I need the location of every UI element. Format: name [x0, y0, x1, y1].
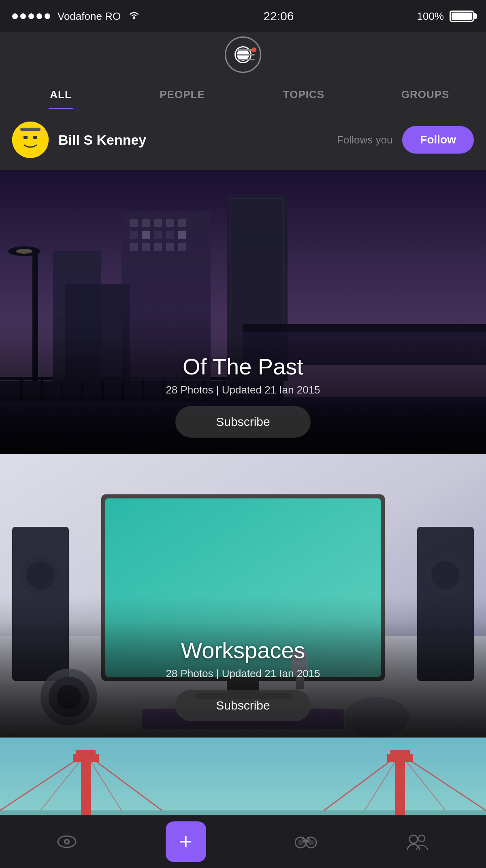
svg-point-86	[65, 840, 68, 843]
svg-point-90	[308, 840, 314, 845]
svg-point-53	[431, 561, 460, 590]
svg-rect-38	[178, 243, 186, 251]
person-name: Bill S Kenney	[58, 132, 327, 148]
follow-button[interactable]: Follow	[402, 126, 474, 154]
notification-dot	[252, 47, 256, 52]
svg-point-0	[133, 17, 135, 19]
tabs-bar: ALL PEOPLE TOPICS GROUPS	[0, 77, 486, 109]
person-row: Bill S Kenney Follows you Follow	[0, 109, 486, 170]
svg-point-89	[298, 840, 303, 845]
svg-rect-27	[166, 219, 174, 227]
svg-rect-34	[130, 243, 138, 251]
card-1-content: Of The Past 28 Photos | Updated 21 Ian 2…	[0, 337, 486, 454]
card-1-subscribe-button[interactable]: Subscribe	[175, 406, 310, 438]
svg-rect-36	[154, 243, 162, 251]
tab-groups[interactable]: GROUPS	[364, 77, 486, 109]
tab-topics[interactable]: TOPICS	[243, 77, 364, 109]
app-header	[0, 32, 486, 77]
signal-dot-1	[12, 13, 18, 19]
plus-icon: +	[179, 830, 192, 853]
svg-point-92	[409, 835, 418, 843]
nav-groups-button[interactable]	[405, 833, 430, 850]
svg-rect-91	[303, 840, 309, 842]
card-1-meta: 28 Photos | Updated 21 Ian 2015	[166, 384, 320, 396]
follow-area: Follows you Follow	[337, 126, 474, 154]
card-1-title: Of The Past	[183, 353, 303, 380]
svg-rect-3	[33, 136, 37, 139]
bottom-nav: +	[0, 815, 486, 868]
svg-rect-33	[178, 231, 186, 239]
svg-rect-29	[130, 231, 138, 239]
photo-card-2: Workspaces 28 Photos | Updated 21 Ian 20…	[0, 454, 486, 738]
svg-rect-24	[130, 219, 138, 227]
svg-rect-31	[154, 231, 162, 239]
battery-icon	[450, 11, 474, 22]
status-bar: Vodafone RO 22:06 100%	[0, 0, 486, 32]
svg-rect-30	[142, 231, 150, 239]
svg-rect-32	[166, 231, 174, 239]
nav-binoculars-button[interactable]	[295, 834, 317, 850]
status-left: Vodafone RO	[12, 10, 140, 23]
svg-rect-2	[23, 136, 28, 139]
svg-rect-35	[142, 243, 150, 251]
avatar	[12, 122, 49, 158]
carrier-label: Vodafone RO	[58, 10, 121, 23]
svg-rect-4	[20, 128, 40, 131]
signal-dot-4	[36, 13, 42, 19]
battery-fill	[452, 13, 472, 20]
status-right: 100%	[417, 10, 474, 23]
tab-people[interactable]: PEOPLE	[122, 77, 243, 109]
card-2-content: Workspaces 28 Photos | Updated 21 Ian 20…	[0, 621, 486, 738]
signal-dot-2	[20, 13, 26, 19]
svg-point-22	[16, 249, 32, 254]
svg-rect-25	[142, 219, 150, 227]
battery-percent: 100%	[417, 10, 444, 23]
person-info: Bill S Kenney	[58, 132, 327, 148]
photo-card-1: Of The Past 28 Photos | Updated 21 Ian 2…	[0, 170, 486, 454]
hamburger-line-3	[237, 59, 255, 60]
hamburger-icon[interactable]	[237, 49, 255, 60]
svg-point-50	[26, 561, 55, 590]
tab-all[interactable]: ALL	[0, 77, 122, 109]
card-2-title: Workspaces	[181, 637, 305, 663]
wifi-icon	[128, 10, 140, 23]
svg-rect-26	[154, 219, 162, 227]
hamburger-line-2	[237, 54, 255, 56]
nav-add-button[interactable]: +	[166, 821, 206, 862]
signal-dot-5	[45, 13, 50, 19]
time-display: 22:06	[263, 9, 294, 23]
svg-rect-37	[166, 243, 174, 251]
svg-rect-28	[178, 219, 186, 227]
svg-point-1	[12, 122, 49, 158]
signal-dot-3	[28, 13, 34, 19]
card-2-meta: 28 Photos | Updated 21 Ian 2015	[166, 667, 320, 680]
nav-eye-button[interactable]	[57, 834, 77, 850]
svg-point-93	[418, 835, 425, 842]
follows-you-text: Follows you	[337, 134, 392, 146]
signal-dots	[12, 13, 50, 19]
card-2-subscribe-button[interactable]: Subscribe	[175, 690, 310, 721]
